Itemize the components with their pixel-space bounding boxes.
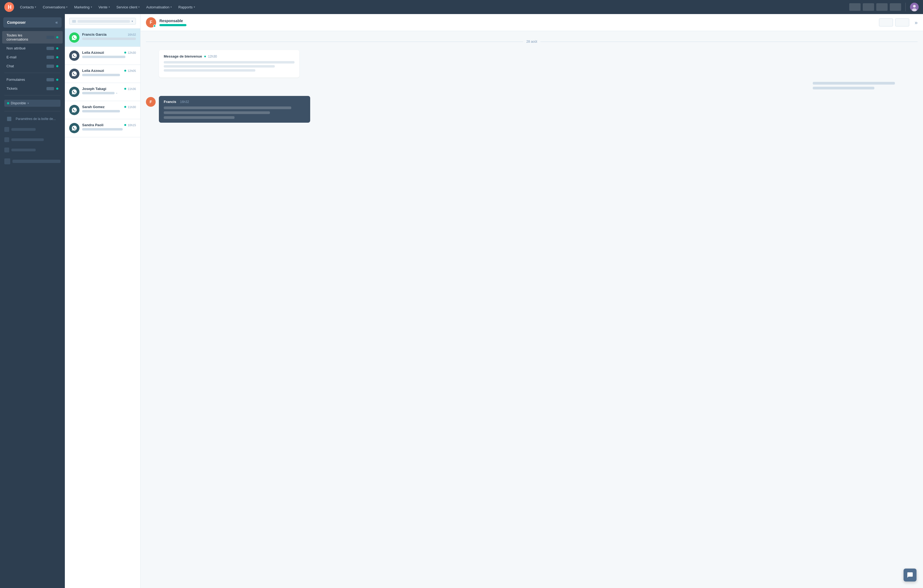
chat-action-btn-2[interactable] xyxy=(895,18,909,26)
nav-rapports[interactable]: Rapports ▾ xyxy=(176,3,198,11)
chevron-down-icon: ▾ xyxy=(28,102,29,105)
conv-avatar-francis xyxy=(69,33,79,43)
message-sent-preview xyxy=(146,82,918,89)
message-received: Message de bienvenue 12h30 xyxy=(146,50,918,77)
sidebar-placeholder-2 xyxy=(4,136,61,143)
chevron-down-icon: ▾ xyxy=(66,6,67,8)
topnav-btn-4[interactable] xyxy=(890,3,901,11)
chat-header-info: Responsable xyxy=(159,19,876,26)
conv-preview-row xyxy=(82,38,136,40)
conv-avatar-leila1 xyxy=(69,51,79,61)
chevron-down-icon: ▾ xyxy=(35,6,36,8)
chat-messages: 28 août Message de bienvenue 12h30 xyxy=(141,31,923,588)
msg-line-dark xyxy=(164,107,291,109)
conv-content-sarah: Sarah Gomez 11h30 xyxy=(82,105,136,112)
sidebar-item-all-conversations[interactable]: Toutes les conversations xyxy=(2,31,63,43)
placeholder-bar xyxy=(11,128,36,131)
placeholder-bar xyxy=(11,149,36,151)
placeholder-icon xyxy=(4,158,10,164)
mailbox-settings[interactable]: Paramètres de la boîte de... xyxy=(4,115,61,123)
sidebar-item-tickets[interactable]: Tickets xyxy=(2,84,63,93)
collapse-chat-icon[interactable]: » xyxy=(915,20,918,26)
status-button[interactable]: Disponible ▾ xyxy=(4,100,61,107)
collapse-icon: « xyxy=(56,20,58,25)
topnav-btn-1[interactable] xyxy=(849,3,861,11)
sent-line xyxy=(813,87,874,89)
filter-button[interactable]: ▾ xyxy=(69,18,136,25)
chat-main: F Responsable » 28 août xyxy=(141,14,923,588)
hubspot-logo[interactable] xyxy=(4,2,14,12)
nav-service[interactable]: Service client ▾ xyxy=(114,3,142,11)
conv-avatar-sandra xyxy=(69,123,79,133)
preview-bar xyxy=(82,38,136,40)
conv-item-francis[interactable]: Francis Garcia 16h32 xyxy=(65,29,140,47)
chat-widget-button[interactable] xyxy=(903,568,916,581)
chevron-down-icon: ▾ xyxy=(91,6,92,8)
chevron-down-icon: ▾ xyxy=(194,6,195,8)
chat-action-btn-1[interactable] xyxy=(879,18,893,26)
settings-icon xyxy=(7,117,11,121)
sidebar-placeholder-3 xyxy=(4,146,61,153)
status-dot xyxy=(56,87,58,90)
sent-line xyxy=(813,82,895,85)
conv-avatar-sarah xyxy=(69,105,79,115)
user-avatar[interactable] xyxy=(910,3,919,11)
preview-bar xyxy=(82,128,123,130)
sidebar-item-formulaires[interactable]: Formulaires xyxy=(2,76,63,84)
filter-icon xyxy=(72,20,76,23)
sidebar-item-chat[interactable]: Chat xyxy=(2,62,63,70)
nav-automatisation[interactable]: Automatisation ▾ xyxy=(143,3,174,11)
conv-item-leila2[interactable]: Leila Azzouzi 12h05 xyxy=(65,65,140,83)
placeholder-bar xyxy=(11,138,44,141)
online-dot xyxy=(124,52,126,54)
nav-marketing[interactable]: Marketing ▾ xyxy=(71,3,95,11)
sidebar-item-email[interactable]: E-mail xyxy=(2,53,63,61)
conv-avatar-joseph xyxy=(69,87,79,97)
status-dot xyxy=(56,56,58,58)
msg-line-dark xyxy=(164,111,270,114)
nav-conversations[interactable]: Conversations ▾ xyxy=(40,3,70,11)
conv-header-row: Sarah Gomez 11h30 xyxy=(82,105,136,109)
conv-item-leila1[interactable]: Leila Azzouzi 12h30 xyxy=(65,47,140,65)
badge xyxy=(46,47,54,50)
conversation-list: ▾ Francis Garcia 16h32 xyxy=(65,14,141,588)
filter-label xyxy=(77,20,130,23)
conv-preview-row xyxy=(82,110,136,112)
conv-preview-row xyxy=(82,128,136,130)
conv-item-sandra[interactable]: Sandra Paoli 10h15 xyxy=(65,119,140,137)
sidebar-item-non-attribue[interactable]: Non attribué xyxy=(2,44,63,53)
preview-bar xyxy=(82,56,125,58)
preview-bar xyxy=(82,92,115,94)
conv-header-row: Leila Azzouzi 12h30 xyxy=(82,51,136,54)
online-dot xyxy=(124,70,126,72)
nav-vente[interactable]: Vente ▾ xyxy=(96,3,113,11)
status-green-dot xyxy=(7,102,9,104)
chat-header-actions xyxy=(879,18,909,26)
chat-header: F Responsable » xyxy=(141,14,923,31)
conv-content-sandra: Sandra Paoli 10h15 xyxy=(82,123,136,130)
francis-avatar: F xyxy=(146,97,156,107)
topnav-btn-2[interactable] xyxy=(863,3,874,11)
conv-preview-row xyxy=(82,56,136,58)
svg-point-2 xyxy=(913,5,916,8)
composer-button[interactable]: Composer « xyxy=(3,17,62,28)
chevron-down-icon: ▾ xyxy=(171,6,172,8)
online-indicator xyxy=(153,25,156,27)
conv-content-francis: Francis Garcia 16h32 xyxy=(82,33,136,40)
conv-item-sarah[interactable]: Sarah Gomez 11h30 xyxy=(65,101,140,119)
topnav-btn-3[interactable] xyxy=(876,3,888,11)
left-sidebar: Composer « Toutes les conversations Non … xyxy=(0,14,65,588)
online-dot xyxy=(124,106,126,108)
sidebar-placeholder-4 xyxy=(4,157,61,165)
conv-header-row: Leila Azzouzi 12h05 xyxy=(82,69,136,73)
badge xyxy=(46,78,54,81)
badge xyxy=(46,64,54,68)
conv-item-joseph[interactable]: Joseph Takagi 11h36 xyxy=(65,83,140,101)
conv-content-joseph: Joseph Takagi 11h36 xyxy=(82,87,136,94)
placeholder-icon xyxy=(4,137,9,142)
chevron-down-icon: ▾ xyxy=(108,6,110,8)
msg-status-dot xyxy=(204,56,206,57)
msg-bubble-sent-dark: Francis 16h32 xyxy=(159,96,310,123)
nav-contacts[interactable]: Contacts ▾ xyxy=(17,3,39,11)
sidebar-divider-2 xyxy=(4,95,61,95)
